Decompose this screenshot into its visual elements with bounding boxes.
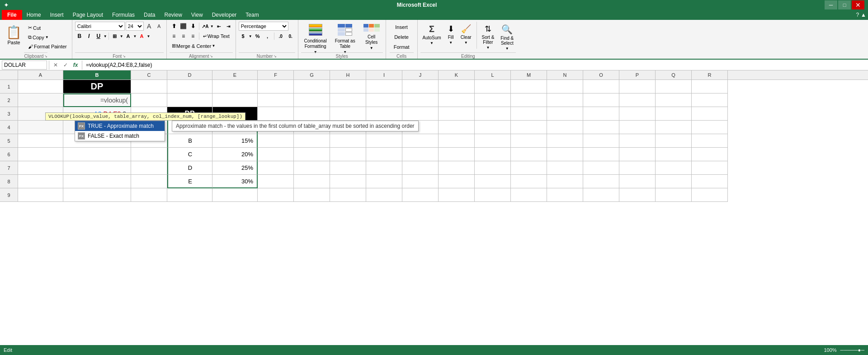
editing-label[interactable]: Editing (420, 52, 516, 59)
row-header-8[interactable]: 8 (0, 175, 18, 188)
cell-f7[interactable] (258, 161, 294, 175)
row-header-7[interactable]: 7 (0, 161, 18, 175)
cell-p9[interactable] (619, 188, 656, 202)
bold-button[interactable]: B (75, 32, 84, 41)
cell-a4[interactable] (18, 121, 63, 134)
col-header-n[interactable]: N (547, 70, 583, 79)
cell-i7[interactable] (366, 161, 402, 175)
cell-i1[interactable] (366, 80, 402, 93)
clipboard-expand-icon[interactable]: ↘ (44, 54, 47, 58)
percent-btn[interactable]: % (253, 32, 262, 41)
cell-p1[interactable] (619, 80, 656, 93)
format-as-table-button[interactable]: Format asTable ▼ (332, 22, 359, 51)
cell-b6[interactable] (63, 148, 131, 161)
number-expand-icon[interactable]: ↘ (274, 54, 277, 58)
underline-dropdown-icon[interactable]: ▼ (104, 34, 107, 38)
cell-c7[interactable] (131, 161, 167, 175)
cell-n4[interactable] (547, 121, 583, 134)
cell-i9[interactable] (366, 188, 402, 202)
cell-h5[interactable] (330, 134, 366, 148)
cell-l7[interactable] (475, 161, 511, 175)
cell-o3[interactable] (583, 107, 619, 121)
cancel-formula-btn[interactable]: ✕ (51, 61, 60, 70)
cell-e9[interactable] (212, 188, 258, 202)
cell-d6[interactable]: C (167, 148, 212, 161)
col-header-l[interactable]: L (475, 70, 511, 79)
cell-q9[interactable] (656, 188, 692, 202)
decrease-decimal-btn[interactable]: 0. (286, 32, 295, 41)
cell-a1[interactable] (18, 80, 63, 93)
cell-e5[interactable]: 15% (212, 134, 258, 148)
menu-insert[interactable]: Insert (46, 10, 68, 20)
cell-g9[interactable] (294, 188, 330, 202)
cell-h7[interactable] (330, 161, 366, 175)
cell-o2[interactable] (583, 93, 619, 107)
align-bottom-btn[interactable]: ⬇ (189, 22, 198, 31)
cell-k9[interactable] (439, 188, 475, 202)
cell-q6[interactable] (656, 148, 692, 161)
cell-k5[interactable] (439, 134, 475, 148)
increase-decimal-btn[interactable]: .0 (276, 32, 285, 41)
cell-f6[interactable] (258, 148, 294, 161)
font-expand-icon[interactable]: ↘ (123, 54, 126, 58)
border-button[interactable]: ⊞ (110, 32, 119, 41)
cell-n7[interactable] (547, 161, 583, 175)
increase-font-btn[interactable]: A (145, 22, 154, 31)
cell-j7[interactable] (402, 161, 439, 175)
cell-d1[interactable] (167, 80, 212, 93)
col-header-q[interactable]: Q (656, 70, 692, 79)
find-select-dropdown-icon[interactable]: ▼ (505, 47, 509, 51)
cell-f8[interactable] (258, 175, 294, 188)
font-label[interactable]: Font ↘ (75, 52, 164, 59)
cell-j5[interactable] (402, 134, 439, 148)
cell-h3[interactable] (330, 107, 366, 121)
cell-i8[interactable] (366, 175, 402, 188)
cell-l2[interactable] (475, 93, 511, 107)
cell-j1[interactable] (402, 80, 439, 93)
cell-h1[interactable] (330, 80, 366, 93)
cell-r8[interactable] (692, 175, 728, 188)
cell-c6[interactable] (131, 148, 167, 161)
cell-j8[interactable] (402, 175, 439, 188)
cell-r4[interactable] (692, 121, 728, 134)
autosum-dropdown-icon[interactable]: ▼ (430, 41, 434, 45)
cell-k2[interactable] (439, 93, 475, 107)
menu-review[interactable]: Review (160, 10, 186, 20)
cell-b9[interactable] (63, 188, 131, 202)
cell-g2[interactable] (294, 93, 330, 107)
col-header-g[interactable]: G (294, 70, 330, 79)
cell-i2[interactable] (366, 93, 402, 107)
indent-increase-btn[interactable]: ⇥ (224, 22, 233, 31)
format-painter-button[interactable]: 🖌 Format Painter (26, 42, 69, 51)
copy-dropdown-icon[interactable]: ▼ (45, 35, 49, 39)
cell-q7[interactable] (656, 161, 692, 175)
clear-dropdown-icon[interactable]: ▼ (464, 41, 468, 45)
align-right-btn[interactable]: ≡ (189, 32, 198, 41)
cell-p4[interactable] (619, 121, 656, 134)
cell-a5[interactable] (18, 134, 63, 148)
cell-m5[interactable] (511, 134, 547, 148)
cell-p8[interactable] (619, 175, 656, 188)
align-top-btn[interactable]: ⬆ (170, 22, 179, 31)
row-header-5[interactable]: 5 (0, 134, 18, 148)
cell-d2[interactable] (167, 93, 212, 107)
cell-p7[interactable] (619, 161, 656, 175)
row-header-9[interactable]: 9 (0, 188, 18, 202)
cell-r3[interactable] (692, 107, 728, 121)
menu-view[interactable]: View (187, 10, 208, 20)
cell-m1[interactable] (511, 80, 547, 93)
cell-p3[interactable] (619, 107, 656, 121)
fill-color-button[interactable]: A (124, 32, 133, 41)
col-header-d[interactable]: D (167, 70, 212, 79)
cell-a2[interactable] (18, 93, 63, 107)
merge-dropdown-icon[interactable]: ▼ (212, 44, 215, 48)
zoom-slider-icon[interactable]: ─────●─ (840, 347, 864, 353)
maximize-button[interactable]: □ (838, 0, 851, 9)
cell-d5[interactable]: B (167, 134, 212, 148)
cell-n1[interactable] (547, 80, 583, 93)
cell-m4[interactable] (511, 121, 547, 134)
menu-developer[interactable]: Developer (208, 10, 241, 20)
formula-input[interactable] (84, 61, 866, 70)
cell-r7[interactable] (692, 161, 728, 175)
col-header-i[interactable]: I (366, 70, 402, 79)
